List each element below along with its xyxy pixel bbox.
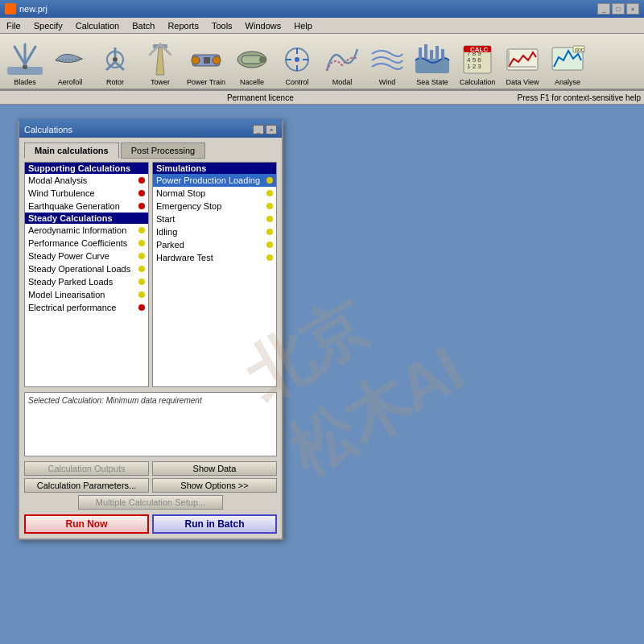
aerodynamic-info-row[interactable]: Aerodynamic Information [25, 224, 148, 237]
steady-power-curve-row[interactable]: Steady Power Curve [25, 250, 148, 262]
start-row[interactable]: Start [153, 213, 276, 225]
menu-file[interactable]: File [3, 20, 24, 31]
app-icon [5, 3, 16, 14]
parked-dot [266, 242, 273, 248]
wind-turbulence-dot [138, 190, 145, 196]
normal-stop-dot [266, 190, 273, 196]
dialog-close[interactable]: × [266, 125, 277, 134]
electrical-dot [138, 304, 145, 311]
svg-point-17 [192, 56, 200, 64]
toolbar-aerofoil[interactable]: Aerofoil [48, 40, 92, 89]
info-box: Selected Calculation: Minimum data requi… [24, 392, 277, 456]
left-column: Supporting Calculations Modal Analysis W… [24, 162, 149, 387]
seastate-label: Sea State [416, 78, 448, 86]
minimize-button[interactable]: _ [597, 3, 610, 14]
electrical-performance-row[interactable]: Electrical performance [25, 301, 148, 314]
toolbar-tower[interactable]: Tower [138, 40, 182, 89]
run-now-button[interactable]: Run Now [24, 514, 149, 534]
svg-text:CALC: CALC [470, 46, 488, 53]
operational-loads-dot [138, 266, 145, 272]
menu-windows[interactable]: Windows [242, 20, 285, 31]
status-right: Press F1 for context-sensitive help [518, 93, 641, 102]
svg-marker-11 [156, 47, 164, 75]
normal-stop-row[interactable]: Normal Stop [153, 187, 276, 200]
toolbar-nacelle[interactable]: Nacelle [230, 40, 274, 89]
menu-specify[interactable]: Specify [31, 20, 66, 31]
tab-main-calculations[interactable]: Main calculations [24, 142, 119, 159]
nacelle-label: Nacelle [240, 78, 264, 86]
toolbar-seastate[interactable]: Sea State [411, 40, 454, 89]
modal-analysis-row[interactable]: Modal Analysis [25, 174, 148, 187]
menu-bar: File Specify Calculation Batch Reports T… [0, 18, 644, 34]
toolbar-blades[interactable]: Blades [3, 40, 47, 89]
calc-params-button[interactable]: Calculation Parameters... [24, 478, 149, 493]
earthquake-generation-row[interactable]: Earthquake Generation [25, 200, 148, 213]
dataview-icon [504, 43, 541, 76]
performance-coefficients-row[interactable]: Performance Coefficients [25, 237, 148, 250]
toolbar-calculation[interactable]: 7 8 9 4 5 6 1 2 3 CALC Calculation [456, 40, 499, 89]
svg-rect-33 [436, 46, 439, 59]
title-bar-controls: _ □ × [597, 3, 639, 14]
simulations-header: Simulations [153, 163, 276, 174]
tab-post-processing[interactable]: Post Processing [121, 142, 205, 159]
toolbar-wind[interactable]: Wind [365, 40, 409, 89]
toolbar-rotor[interactable]: Rotor [93, 40, 137, 89]
dialog-minimize[interactable]: _ [253, 125, 264, 134]
run-buttons-row: Run Now Run in Batch [24, 514, 277, 534]
menu-tools[interactable]: Tools [208, 20, 236, 31]
parked-row[interactable]: Parked [153, 238, 276, 251]
steady-operational-loads-row[interactable]: Steady Operational Loads [25, 262, 148, 275]
svg-rect-29 [415, 59, 449, 73]
menu-calculation[interactable]: Calculation [72, 20, 122, 31]
steady-parked-loads-row[interactable]: Steady Parked Loads [25, 275, 148, 288]
toolbar-powertrain[interactable]: Power Train [184, 40, 229, 89]
maximize-button[interactable]: □ [612, 3, 625, 14]
model-linearisation-row[interactable]: Model Linearisation [25, 288, 148, 301]
show-data-button[interactable]: Show Data [152, 461, 277, 476]
toolbar-control[interactable]: Control [275, 40, 319, 89]
multiple-setup-button[interactable]: Multiple Calculation Setup... [78, 495, 223, 510]
bottom-row-2: Calculation Parameters... Show Options >… [24, 478, 277, 493]
control-label: Control [286, 78, 309, 86]
calc-outputs-button[interactable]: Calculation Outputs [24, 461, 149, 476]
tower-icon [142, 43, 179, 76]
power-production-row[interactable]: Power Production Loading [153, 174, 276, 187]
dialog-title: Calculations [24, 125, 72, 134]
status-bar: Permanent licence Press F1 for context-s… [0, 90, 644, 105]
power-production-dot [266, 177, 273, 184]
bottom-row-1: Calculation Outputs Show Data [24, 461, 277, 476]
calculation-label: Calculation [460, 78, 496, 86]
svg-rect-34 [441, 49, 444, 59]
close-button[interactable]: × [626, 3, 639, 14]
svg-point-18 [213, 56, 221, 64]
menu-help[interactable]: Help [291, 20, 316, 31]
svg-point-22 [259, 56, 266, 63]
svg-line-2 [14, 47, 25, 64]
hardware-test-row[interactable]: Hardware Test [153, 251, 276, 264]
toolbar-modal[interactable]: Modal [320, 40, 364, 89]
run-in-batch-button[interactable]: Run in Batch [152, 514, 277, 534]
earthquake-dot [138, 203, 145, 209]
svg-text:doc: doc [575, 47, 584, 52]
emergency-stop-row[interactable]: Emergency Stop [153, 200, 276, 213]
dataview-label: Data View [506, 78, 539, 86]
show-options-button[interactable]: Show Options >> [152, 478, 277, 493]
linearisation-dot [138, 291, 145, 298]
hardware-test-dot [266, 254, 273, 261]
toolbar-dataview[interactable]: Data View [501, 40, 544, 89]
tab-row: Main calculations Post Processing [24, 142, 277, 159]
idling-dot [266, 229, 273, 235]
emergency-stop-dot [266, 203, 273, 209]
rotor-label: Rotor [106, 78, 124, 86]
nacelle-icon [233, 43, 270, 76]
wind-turbulence-row[interactable]: Wind Turbulence [25, 187, 148, 200]
toolbar-analyse[interactable]: doc Analyse [546, 40, 589, 89]
blades-icon [6, 43, 43, 76]
idling-row[interactable]: Idling [153, 225, 276, 238]
menu-batch[interactable]: Batch [129, 20, 158, 31]
aerofoil-icon [52, 43, 89, 76]
svg-rect-19 [204, 57, 210, 64]
title-bar: new.prj _ □ × [0, 0, 644, 18]
wind-icon [369, 43, 406, 76]
menu-reports[interactable]: Reports [164, 20, 202, 31]
